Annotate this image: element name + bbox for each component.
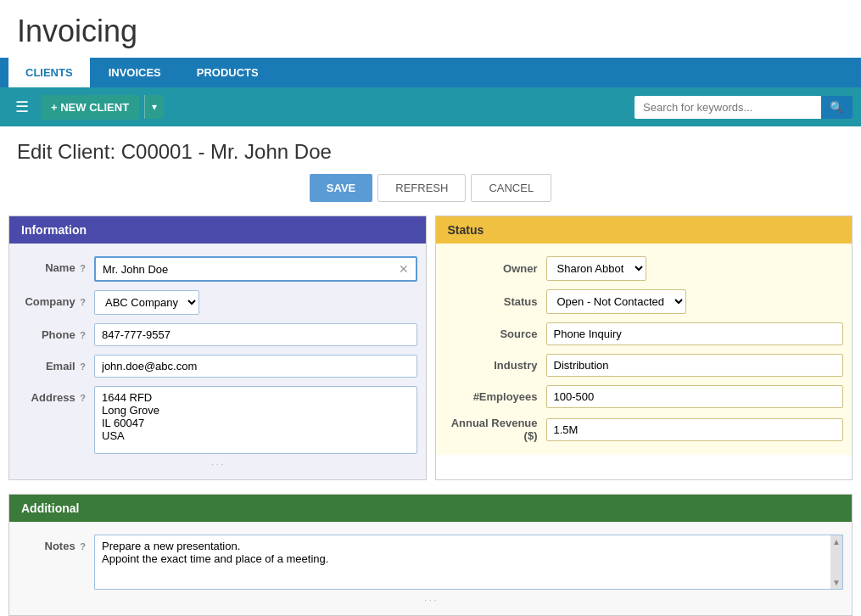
name-clear-button[interactable]: ✕ [399,262,409,276]
industry-label: Industry [444,359,546,372]
address-textarea[interactable]: 1644 RFD Long Grove IL 60047 USA [94,386,417,454]
phone-row: Phone ? [18,319,417,350]
search-input[interactable] [635,96,821,119]
status-panel: Status Owner Sharon Abbot Status Open - … [435,216,853,480]
scrollbar-down-arrow[interactable]: ▼ [832,578,841,587]
employees-label: #Employees [444,390,546,403]
page-title: Edit Client: C00001 - Mr. John Doe [0,126,861,174]
search-button[interactable]: 🔍 [821,96,853,119]
top-save-button[interactable]: SAVE [310,174,372,202]
tab-clients[interactable]: CLIENTS [8,58,90,87]
name-input-wrapper: ✕ [94,256,417,282]
cards-row: Information Name ? ✕ Company ? [0,216,861,480]
notes-row: Notes ? Prepare a new presentation. Appo… [18,530,843,594]
revenue-label: Annual Revenue ($) [444,417,546,442]
status-select[interactable]: Open - Not Contacted [546,289,686,314]
phone-help[interactable]: ? [80,330,86,340]
toolbar-left: ☰ + NEW CLIENT ▾ [8,94,164,120]
owner-label: Owner [444,262,546,275]
source-input[interactable] [546,322,844,345]
email-help[interactable]: ? [80,361,86,372]
source-label: Source [444,328,546,340]
notes-textarea[interactable]: Prepare a new presentation. Appoint the … [95,535,842,586]
address-label: Address ? [18,386,94,404]
notes-textarea-wrap: Prepare a new presentation. Appoint the … [94,535,843,590]
additional-panel-header: Additional [9,495,852,522]
name-help[interactable]: ? [80,263,86,273]
info-panel-header: Information [9,216,426,244]
nav-tabs: CLIENTS INVOICES PRODUCTS [0,58,861,87]
revenue-row: Annual Revenue ($) [444,412,844,446]
hamburger-button[interactable]: ☰ [8,94,36,120]
additional-panel: Additional Notes ? Prepare a new present… [8,494,853,616]
phone-input[interactable] [94,323,417,346]
info-panel-body: Name ? ✕ Company ? ABC Company [9,244,426,479]
new-client-dropdown-button[interactable]: ▾ [144,95,164,119]
source-row: Source [444,318,844,350]
status-label: Status [444,295,546,308]
company-select[interactable]: ABC Company [94,290,199,315]
owner-row: Owner Sharon Abbot [444,252,844,285]
search-area: 🔍 [635,96,853,119]
name-label: Name ? [18,256,94,274]
notes-label: Notes ? [18,535,94,552]
scrollbar-up-arrow[interactable]: ▲ [832,537,841,546]
status-row: Status Open - Not Contacted [444,285,844,318]
owner-select[interactable]: Sharon Abbot [546,256,646,281]
revenue-input[interactable] [546,418,844,441]
status-panel-header: Status [436,216,853,244]
info-panel: Information Name ? ✕ Company ? [8,216,427,480]
email-label: Email ? [18,355,94,372]
notes-help[interactable]: ? [80,541,86,552]
phone-label: Phone ? [18,323,94,341]
tab-invoices[interactable]: INVOICES [92,58,178,87]
app-title: Invoicing [0,0,861,58]
additional-panel-body: Notes ? Prepare a new presentation. Appo… [9,522,852,615]
industry-row: Industry [444,350,844,381]
new-client-button[interactable]: + NEW CLIENT [41,95,139,120]
address-help[interactable]: ? [80,393,86,403]
industry-input[interactable] [546,354,844,377]
tab-products[interactable]: PRODUCTS [180,58,276,87]
top-cancel-button[interactable]: CANCEL [471,174,551,202]
search-icon: 🔍 [830,101,844,114]
notes-scroll-indicator: · · · [18,594,843,607]
employees-input[interactable] [546,385,844,408]
top-refresh-button[interactable]: REFRESH [377,174,466,202]
company-label: Company ? [18,290,94,308]
top-action-row: SAVE REFRESH CANCEL [0,174,861,202]
toolbar: ☰ + NEW CLIENT ▾ 🔍 [0,87,861,126]
status-panel-body: Owner Sharon Abbot Status Open - Not Con… [436,244,853,455]
employees-row: #Employees [444,381,844,412]
name-input[interactable] [103,263,399,276]
address-row: Address ? 1644 RFD Long Grove IL 60047 U… [18,382,417,458]
notes-scrollbar: ▲ ▼ [830,535,842,589]
company-help[interactable]: ? [80,297,86,307]
name-row: Name ? ✕ [18,252,417,286]
email-input[interactable] [94,355,417,378]
new-client-label: + NEW CLIENT [51,101,129,114]
email-row: Email ? [18,350,417,382]
info-scroll-indicator: · · · [18,458,417,471]
company-row: Company ? ABC Company [18,286,417,319]
